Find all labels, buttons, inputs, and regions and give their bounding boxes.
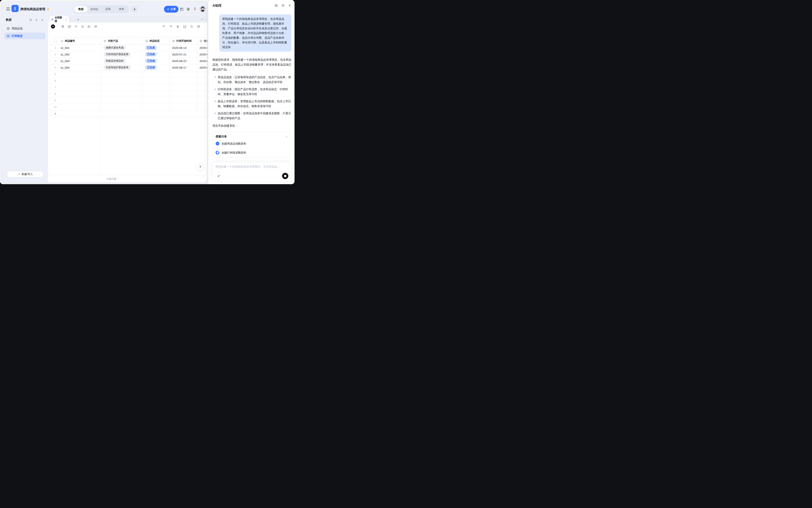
table-row-empty[interactable]: 8	[50, 91, 207, 97]
undo-icon[interactable]: ↶	[162, 25, 166, 28]
chevron-down-icon	[117, 178, 120, 180]
cell-product[interactable]: 便携式迷你风扇	[101, 45, 142, 51]
cell-sample-id[interactable]: sz_002	[60, 51, 101, 57]
comment-icon[interactable]	[197, 25, 200, 28]
sort-icon[interactable]	[81, 25, 84, 28]
column-header-start-date[interactable]: 打样开始时间	[170, 37, 197, 44]
view-tab-all-data[interactable]: 全部数据 ⋮	[50, 16, 69, 23]
cell-status[interactable]: 已完成	[142, 51, 170, 57]
task-label: 创建周选品池数据表	[222, 142, 246, 145]
search-icon[interactable]	[190, 25, 193, 28]
hamburger-menu-icon[interactable]	[6, 7, 10, 10]
table-row-empty[interactable]: 9	[50, 97, 207, 104]
cell-start-date[interactable]: 2025-06-13	[170, 45, 197, 51]
table-row[interactable]: 2 sz_002 天然有机护肤品套装 已完成 2025-07-21 2025-0…	[50, 51, 207, 58]
table-row[interactable]: 3 sz_003 智能温控保温杯 已完成 2025-08-22 2025-08	[50, 58, 207, 64]
sidebar-search-icon[interactable]	[29, 18, 32, 22]
chevron-down-icon[interactable]	[200, 18, 204, 21]
redo-icon[interactable]: ↷	[169, 25, 173, 28]
record-count[interactable]: 12条记录	[106, 177, 120, 181]
help-button[interactable]: ?	[197, 164, 204, 170]
table-row-empty[interactable]: 5	[50, 71, 207, 77]
settings-gear-icon[interactable]: ⚙	[61, 25, 64, 28]
select-all-checkbox[interactable]	[54, 39, 57, 42]
avatar[interactable]	[199, 6, 206, 12]
cell-start-date[interactable]: 2025-09-17	[170, 64, 197, 71]
column-header-sample-id[interactable]: 12 样品编号	[60, 37, 101, 44]
table-row-empty[interactable]: 10	[50, 104, 207, 110]
sidebar-collapse-icon[interactable]: «	[41, 18, 44, 22]
cell-start-date[interactable]: 2025-08-22	[170, 58, 197, 64]
task-card-header[interactable]: 搭建任务	[216, 135, 288, 138]
favorite-star-icon[interactable]: ★	[47, 8, 49, 11]
tab-forms[interactable]: 表单	[115, 6, 128, 12]
new-chat-icon[interactable]	[274, 4, 278, 7]
cell-sample-id[interactable]: sz_001	[60, 45, 101, 51]
column-header-product[interactable]: 关联产品	[101, 37, 142, 44]
status-badge: 已完成	[145, 65, 156, 70]
cell-product[interactable]: 天然有机护肤品套装	[101, 51, 142, 57]
sidebar-item-weekly-pool[interactable]: 周选品池	[4, 25, 45, 32]
column-header-status[interactable]: 样品状态	[142, 37, 170, 44]
cell-sample-id[interactable]: sz_004	[60, 64, 101, 71]
ai-assistant-panel: AI助理 ✕ 帮我搭建一个跨境电商选品管理系统，包含周选品池、打样跟进、新品上市…	[208, 0, 295, 184]
cell-sample-id[interactable]: sz_003	[60, 58, 101, 64]
sidebar-add-icon[interactable]: ＋	[35, 18, 38, 22]
more-menu-icon[interactable]: ⋮	[193, 7, 196, 11]
cell-product[interactable]: 天然有机护肤品套装	[101, 64, 142, 71]
table-row-empty[interactable]: 7	[50, 84, 207, 91]
security-shield-lock-icon[interactable]	[186, 7, 190, 11]
paint-fill-icon[interactable]	[94, 25, 97, 28]
cell-task-date[interactable]: 2025-07	[197, 51, 207, 57]
share-button[interactable]: 分享	[164, 6, 178, 12]
row-number: 9	[50, 97, 60, 103]
app-logo[interactable]	[11, 5, 18, 12]
ai-chat-scroll[interactable]: 帮我搭建一个跨境电商选品管理系统，包含周选品池、打样跟进、新品上市跟进销量管理。…	[208, 11, 295, 184]
sidebar-item-sample-followup[interactable]: 打样跟进	[4, 33, 45, 39]
extensions-puzzle-icon[interactable]	[180, 7, 183, 11]
ai-message-input[interactable]	[215, 165, 288, 168]
tab-data[interactable]: 数据	[74, 6, 88, 12]
table-icon	[7, 27, 10, 30]
view-tab-menu-icon[interactable]: ⋮	[65, 18, 67, 21]
link-icon	[103, 39, 106, 42]
field-config-icon[interactable]	[67, 25, 71, 28]
grid-view-icon	[51, 18, 53, 21]
row-number: 4	[50, 64, 60, 71]
cell-start-date[interactable]: 2025-07-21	[170, 51, 197, 57]
task-card-title: 搭建任务	[216, 135, 227, 138]
history-icon[interactable]	[281, 4, 285, 7]
cell-status[interactable]: 已完成	[142, 64, 170, 71]
product-tag: 智能温控保温杯	[103, 58, 126, 64]
grid-header-row: 12 样品编号 关联产品	[50, 37, 207, 45]
table-row-empty[interactable]: 6	[50, 77, 207, 84]
table-row[interactable]: 1 sz_001 便携式迷你风扇 已完成 2025-06-13 2025-06	[50, 45, 207, 51]
close-icon[interactable]: ✕	[288, 4, 291, 7]
cell-task-date[interactable]: 2025-09	[197, 64, 207, 71]
history-alarm-icon[interactable]	[176, 25, 180, 28]
cell-status[interactable]: 已完成	[142, 45, 170, 51]
filter-icon[interactable]	[74, 25, 78, 28]
tab-apps[interactable]: 应用	[101, 6, 115, 12]
ai-response-intro: 根据您的需求，我将搭建一个跨境电商选品管理系统，包含周选品池、打样跟进、新品上市…	[213, 57, 291, 72]
stop-generating-button[interactable]	[282, 173, 288, 179]
row-number: 8	[50, 91, 60, 97]
cell-status[interactable]: 已完成	[142, 58, 170, 64]
add-view-icon[interactable]: ＋	[76, 17, 80, 22]
task-label: 创建打样跟进数据表	[222, 151, 246, 155]
add-record-button[interactable]: +	[51, 25, 55, 29]
attach-button[interactable]	[215, 173, 222, 179]
add-row[interactable]: ＋	[50, 110, 207, 117]
table-row[interactable]: 4 sz_004 天然有机护肤品套装 已完成 2025-09-17 2025-0…	[50, 64, 207, 71]
theme-contrast-icon[interactable]: ◑	[131, 6, 138, 12]
form-edit-icon[interactable]	[183, 25, 186, 28]
cell-product[interactable]: 智能温控保温杯	[101, 58, 142, 64]
cell-task-date[interactable]: 2025-06	[197, 45, 207, 51]
plus-icon: ＋	[17, 172, 20, 176]
new-import-button[interactable]: ＋ 新建/导入	[7, 171, 43, 177]
row-height-icon[interactable]	[87, 25, 91, 28]
tab-automation[interactable]: 自动化	[88, 6, 101, 12]
paperclip-icon	[217, 174, 220, 178]
column-header-task[interactable]: 任务	[197, 37, 207, 44]
cell-task-date[interactable]: 2025-08	[197, 58, 207, 64]
